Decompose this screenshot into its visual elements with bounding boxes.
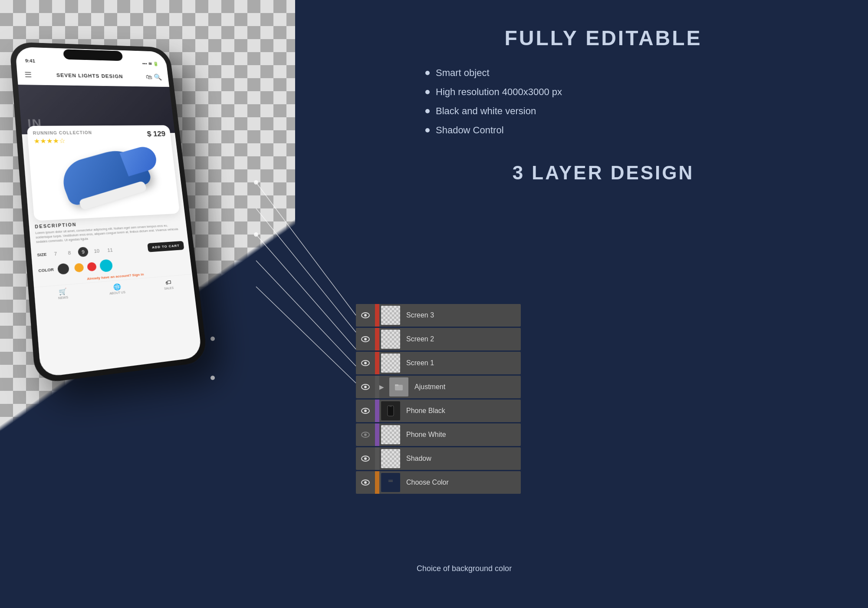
size-10[interactable]: 10 xyxy=(91,246,102,257)
eye-icon xyxy=(361,456,370,462)
product-card: RUNNING COLLECTION ★★★★☆ $ 129 xyxy=(27,125,180,221)
layer-row-ajustment[interactable]: ▶ Ajustment xyxy=(356,376,521,398)
choose-color-icon xyxy=(387,478,394,487)
svg-rect-20 xyxy=(388,479,394,486)
layer-eye-phone-black[interactable] xyxy=(356,400,375,422)
cart-icon[interactable]: 🛍 🔍 xyxy=(145,73,162,81)
size-label: SIZE xyxy=(37,252,47,258)
size-11[interactable]: 11 xyxy=(105,245,115,255)
nav-item-sales[interactable]: 🏷 SALES xyxy=(142,277,194,292)
product-rating: ★★★★☆ xyxy=(33,136,93,145)
layer-color-screen1 xyxy=(375,352,379,374)
layer-thumb-phone-black xyxy=(381,401,400,420)
layer-name-screen1: Screen 1 xyxy=(406,359,521,367)
feature-text-2: High resolution 4000x3000 px xyxy=(436,86,562,98)
layer-thumb-phone-white xyxy=(381,425,400,444)
layer-name-phone-white: Phone White xyxy=(406,431,521,439)
feature-text-3: Black and white version xyxy=(436,106,536,117)
layer-row-choose-color[interactable]: Choose Color xyxy=(356,471,521,494)
layer-eye-screen2[interactable] xyxy=(356,328,375,350)
bullet-icon-4 xyxy=(425,128,430,132)
size-8[interactable]: 8 xyxy=(64,248,75,258)
layer-row-screen1[interactable]: Screen 1 xyxy=(356,352,521,374)
eye-icon xyxy=(361,432,370,438)
svg-point-1 xyxy=(364,314,367,317)
phone-signal-icons: ▪▪▪ ≋ 🔋 xyxy=(142,61,159,66)
phone-time: 9:41 xyxy=(25,58,36,63)
bullet-icon-1 xyxy=(425,71,430,75)
layer-thumb-screen3 xyxy=(381,306,400,325)
phone-screen-area: 9:41 ▪▪▪ ≋ 🔋 ☰ SEVEN LIGHTS DESIGN 🛍 🔍 I… xyxy=(15,47,202,377)
svg-point-11 xyxy=(364,410,367,412)
layer-row-phone-black[interactable]: Phone Black xyxy=(356,400,521,422)
nav-item-about[interactable]: 🌐 ABOUT US xyxy=(90,281,144,297)
phone-notch xyxy=(63,49,123,61)
color-label: COLOR xyxy=(38,268,54,273)
folder-icon xyxy=(395,383,403,391)
color-teal[interactable] xyxy=(99,259,113,272)
svg-rect-21 xyxy=(388,480,393,481)
svg-point-3 xyxy=(364,338,367,340)
layer-row-phone-white[interactable]: Phone White xyxy=(356,423,521,446)
layer-row-screen2[interactable]: Screen 2 xyxy=(356,328,521,350)
color-orange[interactable] xyxy=(74,263,84,273)
layer-design-title: 3 LAYER DESIGN xyxy=(391,162,816,184)
eye-icon xyxy=(361,408,370,414)
svg-point-15 xyxy=(364,433,367,436)
layer-row-shadow[interactable]: Shadow xyxy=(356,447,521,470)
layer-row-screen3[interactable]: Screen 3 xyxy=(356,304,521,327)
eye-icon xyxy=(361,360,370,366)
size-7[interactable]: 7 xyxy=(50,249,61,259)
eye-icon xyxy=(361,384,370,390)
svg-point-17 xyxy=(364,457,367,460)
layer-eye-shadow[interactable] xyxy=(356,447,375,470)
layer-eye-ajustment[interactable] xyxy=(356,376,375,398)
color-black[interactable] xyxy=(57,263,69,275)
nav-item-news[interactable]: 🛒 NEWS xyxy=(34,286,91,302)
size-9-selected[interactable]: 9 xyxy=(78,247,89,258)
shoe-shape xyxy=(56,144,153,207)
product-price: $ 129 xyxy=(147,130,166,138)
layer-color-phone-black xyxy=(375,400,379,422)
store-name: SEVEN LIGHTS DESIGN xyxy=(56,73,124,79)
feature-item-4: Shadow Control xyxy=(425,125,816,136)
right-content-panel: FULLY EDITABLE Smart object High resolut… xyxy=(391,26,816,201)
nav-sales-label: SALES xyxy=(164,287,174,291)
color-red[interactable] xyxy=(87,262,97,272)
layer-name-ajustment: Ajustment xyxy=(414,383,521,391)
phone-screen-content: 9:41 ▪▪▪ ≋ 🔋 ☰ SEVEN LIGHTS DESIGN 🛍 🔍 I… xyxy=(15,47,202,377)
expand-icon-ajustment[interactable]: ▶ xyxy=(379,383,384,390)
layer-eye-screen3[interactable] xyxy=(356,304,375,327)
svg-point-19 xyxy=(364,481,367,484)
layer-eye-screen1[interactable] xyxy=(356,352,375,374)
feature-text-4: Shadow Control xyxy=(436,125,504,136)
layer-name-phone-black: Phone Black xyxy=(406,407,521,415)
layer-name-screen3: Screen 3 xyxy=(406,311,521,319)
hamburger-icon[interactable]: ☰ xyxy=(24,70,32,79)
eye-icon xyxy=(361,336,370,342)
collection-label: RUNNING COLLECTION xyxy=(33,130,92,135)
shoe-image xyxy=(59,153,152,214)
feature-item-2: High resolution 4000x3000 px xyxy=(425,86,816,98)
layer-name-screen2: Screen 2 xyxy=(406,335,521,343)
layer-thumb-shadow xyxy=(381,449,400,468)
nav-news-label: NEWS xyxy=(58,296,68,300)
fully-editable-title: FULLY EDITABLE xyxy=(391,26,816,50)
svg-point-5 xyxy=(364,362,367,364)
layer-color-screen2 xyxy=(375,328,379,350)
layer-color-choose-color xyxy=(375,471,379,494)
feature-list: Smart object High resolution 4000x3000 p… xyxy=(391,67,816,136)
sign-in-link[interactable]: Sign in xyxy=(132,272,144,277)
add-to-cart-button[interactable]: ADD TO CART xyxy=(147,241,184,252)
bullet-icon-2 xyxy=(425,90,430,94)
svg-point-7 xyxy=(364,386,367,388)
layers-panel: Screen 3 Screen 2 Screen 1 xyxy=(356,304,521,495)
bullet-icon-3 xyxy=(425,109,430,113)
layer-color-ajustment xyxy=(375,376,379,398)
layer-thumb-choose-color xyxy=(381,473,400,492)
layer-eye-phone-white[interactable] xyxy=(356,423,375,446)
layer-eye-choose-color[interactable] xyxy=(356,471,375,494)
feature-item-3: Black and white version xyxy=(425,106,816,117)
svg-rect-9 xyxy=(395,384,398,386)
phone-outer-shell: 9:41 ▪▪▪ ≋ 🔋 ☰ SEVEN LIGHTS DESIGN 🛍 🔍 I… xyxy=(9,42,208,384)
